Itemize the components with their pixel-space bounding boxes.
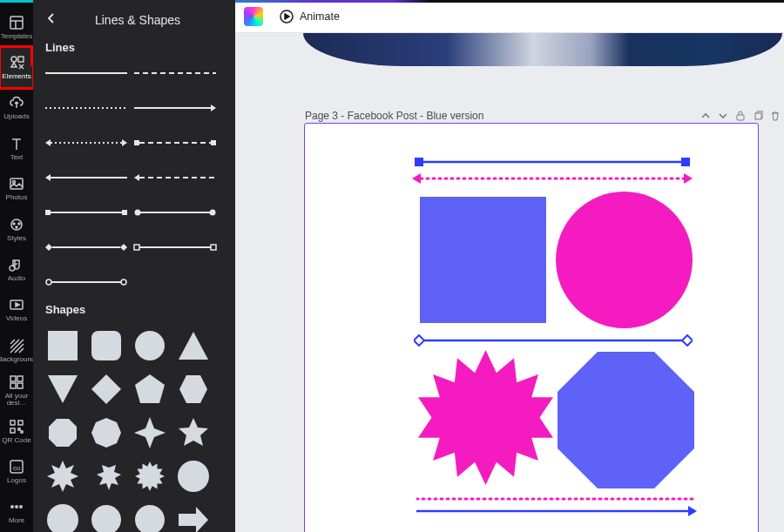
rail-templates[interactable]: Templates bbox=[0, 7, 33, 47]
shape-five-point-star[interactable] bbox=[174, 414, 213, 452]
shape-octagon[interactable] bbox=[44, 414, 82, 452]
shape-burst-rounded[interactable] bbox=[87, 501, 125, 532]
page-collapse-up[interactable] bbox=[697, 107, 714, 125]
canvas-octagon[interactable] bbox=[558, 352, 694, 488]
svg-rect-60 bbox=[415, 158, 423, 166]
svg-rect-16 bbox=[10, 383, 16, 388]
rail-designs[interactable]: All your desi… bbox=[0, 371, 33, 411]
rail-label: All your desi… bbox=[0, 393, 33, 407]
svg-point-12 bbox=[16, 226, 17, 228]
svg-rect-38 bbox=[122, 210, 127, 215]
canva-logo-icon[interactable] bbox=[244, 7, 263, 26]
line-solid[interactable] bbox=[44, 59, 129, 87]
svg-point-24 bbox=[16, 506, 17, 508]
shape-triangle[interactable] bbox=[174, 327, 213, 365]
svg-rect-15 bbox=[17, 376, 23, 381]
shape-burst-16[interactable] bbox=[174, 457, 213, 495]
canvas-square[interactable] bbox=[420, 197, 546, 323]
svg-point-52 bbox=[135, 461, 165, 491]
shape-triangle-down[interactable] bbox=[44, 370, 82, 408]
rail-text[interactable]: Text bbox=[0, 128, 33, 168]
line-circle-ends[interactable] bbox=[132, 199, 218, 226]
svg-rect-17 bbox=[17, 383, 23, 388]
svg-point-10 bbox=[13, 223, 15, 225]
templates-icon bbox=[9, 15, 24, 30]
canvas-line-diamond-ends[interactable] bbox=[414, 334, 693, 347]
line-circle-dot-ends[interactable] bbox=[44, 268, 129, 296]
design-canvas[interactable] bbox=[305, 124, 758, 532]
line-dash-square-both[interactable] bbox=[132, 129, 218, 157]
shape-diamond[interactable] bbox=[87, 370, 125, 408]
previous-page-peek[interactable] bbox=[303, 33, 782, 66]
line-dotted[interactable] bbox=[44, 94, 129, 122]
main-area: Animate Page 3 - Facebook Post - Blue ve… bbox=[235, 0, 784, 532]
shape-octagon-alt[interactable] bbox=[87, 414, 125, 452]
svg-rect-43 bbox=[134, 245, 139, 250]
rail-label: Background bbox=[0, 356, 35, 363]
canvas-starburst[interactable] bbox=[418, 350, 553, 485]
chevron-up-icon bbox=[700, 111, 711, 121]
line-dot-arrow-both[interactable] bbox=[44, 129, 129, 157]
rail-more[interactable]: More bbox=[0, 492, 33, 532]
line-square-dot-ends[interactable] bbox=[132, 233, 218, 261]
shape-circle[interactable] bbox=[131, 327, 169, 365]
panel-header: Lines & Shapes bbox=[33, 9, 235, 34]
page-lock[interactable] bbox=[732, 107, 749, 125]
qr-icon bbox=[9, 419, 24, 434]
svg-text:co: co bbox=[13, 464, 21, 472]
logos-icon: co bbox=[9, 459, 24, 475]
line-arrow-left[interactable] bbox=[44, 164, 129, 192]
rail-background[interactable]: Background bbox=[0, 330, 33, 370]
top-toolbar: Animate bbox=[235, 0, 784, 33]
line-square-ends[interactable] bbox=[44, 199, 129, 226]
styles-icon bbox=[9, 217, 24, 232]
canvas-circle[interactable] bbox=[556, 192, 693, 328]
shape-four-point-star[interactable] bbox=[131, 414, 169, 452]
canvas-line-dotted-arrows[interactable] bbox=[412, 172, 693, 185]
uploads-icon bbox=[9, 95, 24, 111]
canvas-line-arrow-right[interactable] bbox=[416, 505, 697, 517]
svg-rect-14 bbox=[10, 376, 16, 381]
rail-label: Text bbox=[10, 154, 24, 161]
shape-burst-10[interactable] bbox=[87, 457, 125, 495]
page-collapse-down[interactable] bbox=[714, 107, 732, 125]
shape-arrow-right-block[interactable] bbox=[174, 501, 213, 532]
animate-button[interactable]: Animate bbox=[272, 3, 347, 30]
line-diamond-ends[interactable] bbox=[44, 233, 129, 261]
line-arrow-left-dashed[interactable] bbox=[132, 164, 218, 192]
rail-qr[interactable]: QR Code bbox=[0, 411, 33, 451]
page-delete[interactable] bbox=[767, 107, 784, 125]
page-duplicate[interactable] bbox=[749, 107, 767, 125]
rail-uploads[interactable]: Uploads bbox=[0, 88, 33, 128]
shape-pentagon[interactable] bbox=[131, 370, 169, 408]
rail-logos[interactable]: co Logos bbox=[0, 451, 33, 491]
svg-rect-36 bbox=[45, 210, 51, 215]
shape-rounded-square[interactable] bbox=[87, 327, 125, 365]
svg-point-55 bbox=[91, 505, 121, 532]
rail-elements[interactable]: Elements bbox=[0, 47, 33, 87]
svg-point-53 bbox=[178, 461, 209, 492]
svg-rect-7 bbox=[10, 178, 23, 189]
rail-videos[interactable]: Videos bbox=[0, 290, 33, 330]
rail-photos[interactable]: Photos bbox=[0, 169, 33, 209]
svg-point-51 bbox=[135, 331, 165, 360]
shape-hexagon[interactable] bbox=[174, 370, 213, 408]
rail-styles[interactable]: Styles bbox=[0, 209, 33, 249]
text-icon bbox=[9, 136, 24, 152]
svg-rect-4 bbox=[18, 57, 24, 62]
shape-burst-20[interactable] bbox=[44, 501, 82, 532]
shape-square[interactable] bbox=[44, 327, 82, 365]
rail-audio[interactable]: Audio bbox=[0, 249, 33, 289]
line-dashed[interactable] bbox=[132, 59, 218, 87]
svg-point-3 bbox=[11, 57, 17, 62]
shape-burst-12[interactable] bbox=[131, 457, 169, 495]
canvas-line-square-ends[interactable] bbox=[415, 157, 690, 167]
shape-burst-8[interactable] bbox=[44, 457, 82, 495]
rail-label: Uploads bbox=[3, 113, 29, 120]
page-title[interactable]: Page 3 - Facebook Post - Blue version bbox=[305, 110, 483, 122]
designs-icon bbox=[9, 374, 24, 390]
line-arrow-right[interactable] bbox=[132, 94, 218, 122]
shape-scallop[interactable] bbox=[131, 501, 169, 532]
canvas-line-dotted[interactable] bbox=[416, 495, 694, 502]
trash-icon bbox=[770, 111, 781, 121]
